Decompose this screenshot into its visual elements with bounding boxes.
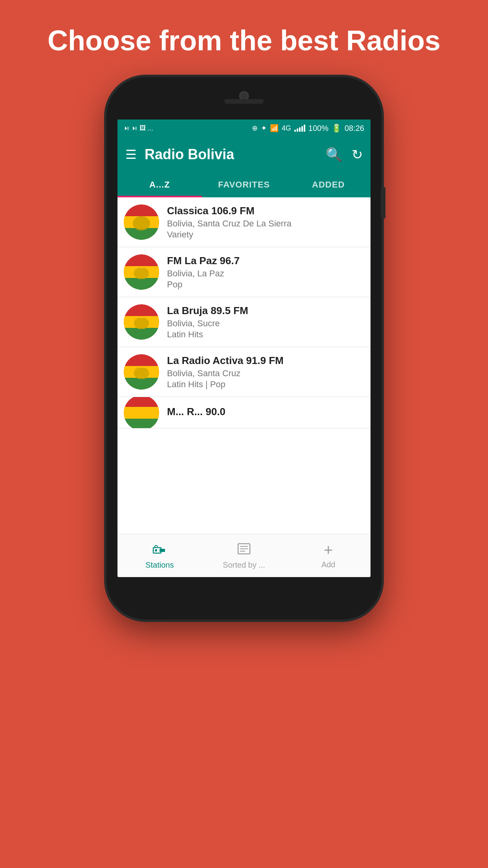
station-item-partial[interactable]: M... R... 90.0 bbox=[117, 397, 371, 428]
station-genre: Latin Hits bbox=[167, 329, 364, 340]
svg-rect-13 bbox=[124, 378, 159, 390]
station-info: La Bruja 89.5 FM Bolivia, Sucre Latin Hi… bbox=[167, 305, 364, 340]
add-label: Add bbox=[321, 560, 336, 569]
svg-point-18 bbox=[155, 549, 157, 552]
tab-bar: A...Z FAVORITES ADDED bbox=[117, 172, 371, 197]
status-sync-icon: ⊕ bbox=[252, 124, 258, 132]
stations-label: Stations bbox=[145, 561, 174, 570]
station-location: Bolivia, Sucre bbox=[167, 318, 364, 329]
signal-bars bbox=[294, 125, 305, 132]
station-logo bbox=[124, 254, 159, 290]
station-list: Classica 106.9 FM Bolivia, Santa Cruz De… bbox=[117, 197, 371, 534]
phone-device: ⏯ ⏯ 🖼 ... ⊕ ✦ 📶 4G 100% 🔋 08:2 bbox=[106, 77, 382, 620]
status-bar: ⏯ ⏯ 🖼 ... ⊕ ✦ 📶 4G 100% 🔋 08:2 bbox=[117, 120, 371, 137]
status-right: ⊕ ✦ 📶 4G 100% 🔋 08:26 bbox=[252, 123, 364, 133]
station-logo bbox=[124, 304, 159, 340]
svg-rect-15 bbox=[124, 407, 159, 419]
menu-icon[interactable]: ☰ bbox=[125, 147, 137, 162]
station-info: Classica 106.9 FM Bolivia, Santa Cruz De… bbox=[167, 205, 364, 240]
station-item[interactable]: Classica 106.9 FM Bolivia, Santa Cruz De… bbox=[117, 197, 371, 247]
tab-favorites[interactable]: FAVORITES bbox=[202, 172, 286, 197]
app-title: Radio Bolivia bbox=[145, 146, 326, 163]
station-item[interactable]: FM La Paz 96.7 Bolivia, La Paz Pop bbox=[117, 247, 371, 297]
phone-speaker bbox=[224, 99, 264, 104]
nav-item-add[interactable]: + Add bbox=[286, 534, 371, 577]
svg-line-21 bbox=[156, 545, 158, 546]
station-info: FM La Paz 96.7 Bolivia, La Paz Pop bbox=[167, 255, 364, 290]
app-bar: ☰ Radio Bolivia 🔍 ↻ bbox=[117, 137, 371, 172]
station-logo bbox=[124, 397, 159, 428]
search-icon[interactable]: 🔍 bbox=[326, 147, 342, 162]
station-logo bbox=[124, 354, 159, 390]
svg-rect-16 bbox=[124, 419, 159, 429]
station-location: Bolivia, Santa Cruz De La Sierra bbox=[167, 219, 364, 229]
nav-item-sortedby[interactable]: Sorted by ... bbox=[202, 534, 286, 577]
stations-icon bbox=[152, 542, 167, 558]
phone-screen: ⏯ ⏯ 🖼 ... ⊕ ✦ 📶 4G 100% 🔋 08:2 bbox=[117, 120, 371, 577]
station-location: Bolivia, Santa Cruz bbox=[167, 368, 364, 379]
app-bar-actions: 🔍 ↻ bbox=[326, 147, 363, 162]
tab-az[interactable]: A...Z bbox=[117, 172, 202, 197]
station-name: FM La Paz 96.7 bbox=[167, 255, 364, 267]
add-icon: + bbox=[324, 542, 333, 558]
svg-rect-7 bbox=[124, 278, 159, 290]
status-battery-pct: 100% bbox=[308, 124, 328, 133]
station-genre: Latin Hits | Pop bbox=[167, 379, 364, 390]
station-genre: Pop bbox=[167, 280, 364, 290]
sortedby-icon bbox=[237, 542, 251, 558]
phone-side-button bbox=[381, 187, 385, 219]
station-name: La Radio Activa 91.9 FM bbox=[167, 355, 364, 367]
station-info: La Radio Activa 91.9 FM Bolivia, Santa C… bbox=[167, 355, 364, 390]
nav-item-stations[interactable]: Stations bbox=[117, 534, 202, 577]
refresh-icon[interactable]: ↻ bbox=[352, 147, 363, 162]
station-name: La Bruja 89.5 FM bbox=[167, 305, 364, 317]
station-genre: Variety bbox=[167, 230, 364, 240]
status-more: ... bbox=[147, 124, 153, 132]
station-name: Classica 106.9 FM bbox=[167, 205, 364, 217]
bottom-navigation: Stations Sorted by ... + Add bbox=[117, 534, 371, 577]
station-location: Bolivia, La Paz bbox=[167, 268, 364, 279]
status-network: 4G bbox=[282, 124, 291, 132]
station-name: M... R... 90.0 bbox=[167, 406, 364, 418]
status-bluetooth-icon: ✦ bbox=[261, 124, 267, 132]
tab-added[interactable]: ADDED bbox=[286, 172, 371, 197]
status-left-icons: ⏯ ⏯ 🖼 ... bbox=[124, 124, 153, 132]
status-wifi-icon: 📶 bbox=[270, 124, 279, 132]
svg-rect-10 bbox=[124, 328, 159, 340]
page-headline: Choose from the best Radios bbox=[16, 0, 472, 77]
status-time: 08:26 bbox=[345, 124, 364, 133]
station-item[interactable]: La Radio Activa 91.9 FM Bolivia, Santa C… bbox=[117, 347, 371, 397]
station-logo bbox=[124, 204, 159, 240]
svg-rect-19 bbox=[160, 549, 165, 552]
station-item[interactable]: La Bruja 89.5 FM Bolivia, Sucre Latin Hi… bbox=[117, 297, 371, 347]
sortedby-label: Sorted by ... bbox=[223, 561, 265, 570]
status-battery-icon: 🔋 bbox=[332, 123, 341, 133]
station-info: M... R... 90.0 bbox=[167, 406, 364, 419]
